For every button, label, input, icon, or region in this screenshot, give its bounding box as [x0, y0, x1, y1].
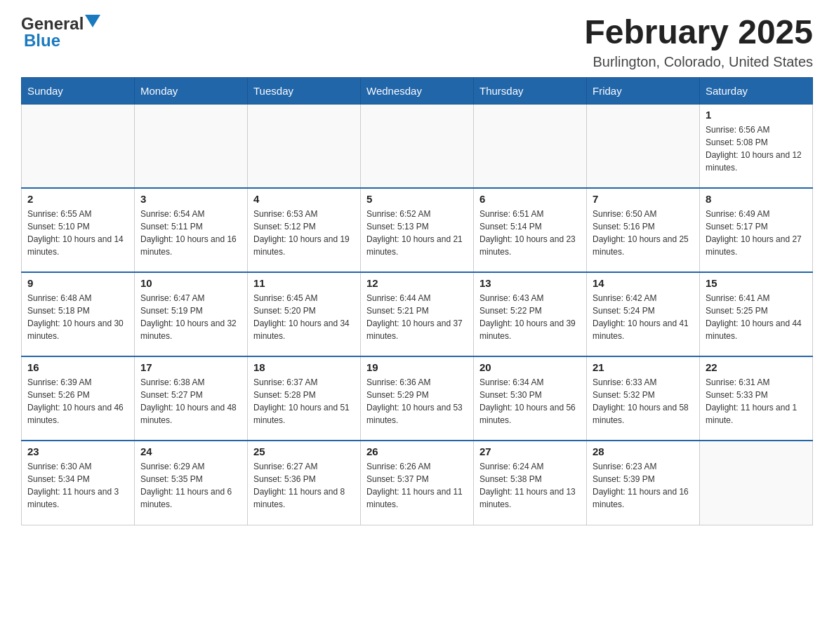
page-header: General Blue February 2025 Burlington, C…	[21, 14, 813, 70]
day-info: Sunrise: 6:53 AMSunset: 5:12 PMDaylight:…	[253, 208, 355, 258]
calendar-cell: 15Sunrise: 6:41 AMSunset: 5:25 PMDayligh…	[700, 272, 813, 356]
col-tuesday: Tuesday	[248, 77, 361, 104]
day-number: 2	[27, 193, 128, 205]
day-number: 24	[140, 445, 241, 457]
day-info: Sunrise: 6:41 AMSunset: 5:25 PMDaylight:…	[706, 292, 807, 342]
calendar-cell: 23Sunrise: 6:30 AMSunset: 5:34 PMDayligh…	[22, 441, 135, 525]
day-number: 26	[366, 445, 468, 457]
col-thursday: Thursday	[474, 77, 587, 104]
day-info: Sunrise: 6:45 AMSunset: 5:20 PMDaylight:…	[253, 292, 355, 342]
day-number: 23	[27, 445, 128, 457]
day-info: Sunrise: 6:38 AMSunset: 5:27 PMDaylight:…	[140, 376, 241, 427]
day-number: 28	[593, 445, 694, 457]
day-number: 13	[479, 277, 581, 289]
day-info: Sunrise: 6:50 AMSunset: 5:16 PMDaylight:…	[593, 208, 694, 258]
day-number: 7	[593, 193, 694, 205]
day-number: 17	[140, 361, 241, 373]
day-number: 12	[366, 277, 468, 289]
day-info: Sunrise: 6:51 AMSunset: 5:14 PMDaylight:…	[479, 208, 581, 258]
day-number: 19	[366, 361, 468, 373]
col-wednesday: Wednesday	[361, 77, 474, 104]
calendar-cell: 5Sunrise: 6:52 AMSunset: 5:13 PMDaylight…	[361, 188, 474, 272]
day-number: 14	[593, 277, 694, 289]
calendar-cell: 14Sunrise: 6:42 AMSunset: 5:24 PMDayligh…	[587, 272, 700, 356]
day-info: Sunrise: 6:33 AMSunset: 5:32 PMDaylight:…	[593, 376, 694, 427]
day-number: 6	[479, 193, 581, 205]
day-number: 15	[706, 277, 807, 289]
calendar-cell: 24Sunrise: 6:29 AMSunset: 5:35 PMDayligh…	[135, 441, 248, 525]
day-number: 25	[253, 445, 355, 457]
calendar-cell	[135, 104, 248, 188]
calendar-cell: 1Sunrise: 6:56 AMSunset: 5:08 PMDaylight…	[700, 104, 813, 188]
day-info: Sunrise: 6:48 AMSunset: 5:18 PMDaylight:…	[27, 292, 128, 342]
calendar-cell	[587, 104, 700, 188]
calendar-cell: 8Sunrise: 6:49 AMSunset: 5:17 PMDaylight…	[700, 188, 813, 272]
day-number: 16	[27, 361, 128, 373]
calendar-cell	[474, 104, 587, 188]
calendar-cell: 20Sunrise: 6:34 AMSunset: 5:30 PMDayligh…	[474, 356, 587, 441]
calendar-cell	[361, 104, 474, 188]
col-sunday: Sunday	[22, 77, 135, 104]
day-number: 11	[253, 277, 355, 289]
day-info: Sunrise: 6:27 AMSunset: 5:36 PMDaylight:…	[253, 460, 355, 511]
day-info: Sunrise: 6:42 AMSunset: 5:24 PMDaylight:…	[593, 292, 694, 342]
calendar-cell: 13Sunrise: 6:43 AMSunset: 5:22 PMDayligh…	[474, 272, 587, 356]
day-info: Sunrise: 6:30 AMSunset: 5:34 PMDaylight:…	[27, 460, 128, 511]
day-info: Sunrise: 6:29 AMSunset: 5:35 PMDaylight:…	[140, 460, 241, 511]
calendar-cell: 3Sunrise: 6:54 AMSunset: 5:11 PMDaylight…	[135, 188, 248, 272]
calendar-cell: 28Sunrise: 6:23 AMSunset: 5:39 PMDayligh…	[587, 441, 700, 525]
day-number: 3	[140, 193, 241, 205]
day-number: 4	[253, 193, 355, 205]
month-title: February 2025	[584, 14, 813, 51]
calendar-cell: 19Sunrise: 6:36 AMSunset: 5:29 PMDayligh…	[361, 356, 474, 441]
day-info: Sunrise: 6:31 AMSunset: 5:33 PMDaylight:…	[706, 376, 807, 427]
logo-triangle-icon	[85, 15, 100, 30]
calendar-cell: 9Sunrise: 6:48 AMSunset: 5:18 PMDaylight…	[22, 272, 135, 356]
calendar-cell	[700, 441, 813, 525]
calendar-cell: 16Sunrise: 6:39 AMSunset: 5:26 PMDayligh…	[22, 356, 135, 441]
calendar-table: Sunday Monday Tuesday Wednesday Thursday…	[21, 77, 813, 525]
calendar-header-row: Sunday Monday Tuesday Wednesday Thursday…	[22, 77, 813, 104]
day-info: Sunrise: 6:44 AMSunset: 5:21 PMDaylight:…	[366, 292, 468, 342]
calendar-cell: 26Sunrise: 6:26 AMSunset: 5:37 PMDayligh…	[361, 441, 474, 525]
day-number: 8	[706, 193, 807, 205]
calendar-cell: 25Sunrise: 6:27 AMSunset: 5:36 PMDayligh…	[248, 441, 361, 525]
day-info: Sunrise: 6:52 AMSunset: 5:13 PMDaylight:…	[366, 208, 468, 258]
calendar-cell: 7Sunrise: 6:50 AMSunset: 5:16 PMDaylight…	[587, 188, 700, 272]
svg-marker-0	[85, 15, 100, 27]
calendar-cell: 11Sunrise: 6:45 AMSunset: 5:20 PMDayligh…	[248, 272, 361, 356]
day-number: 21	[593, 361, 694, 373]
col-saturday: Saturday	[700, 77, 813, 104]
day-info: Sunrise: 6:49 AMSunset: 5:17 PMDaylight:…	[706, 208, 807, 258]
calendar-cell	[248, 104, 361, 188]
title-block: February 2025 Burlington, Colorado, Unit…	[584, 14, 813, 70]
calendar-cell: 22Sunrise: 6:31 AMSunset: 5:33 PMDayligh…	[700, 356, 813, 441]
day-info: Sunrise: 6:54 AMSunset: 5:11 PMDaylight:…	[140, 208, 241, 258]
location-subtitle: Burlington, Colorado, United States	[584, 54, 813, 70]
logo-blue-text: Blue	[24, 31, 60, 51]
day-info: Sunrise: 6:34 AMSunset: 5:30 PMDaylight:…	[479, 376, 581, 427]
calendar-cell: 12Sunrise: 6:44 AMSunset: 5:21 PMDayligh…	[361, 272, 474, 356]
calendar-cell: 18Sunrise: 6:37 AMSunset: 5:28 PMDayligh…	[248, 356, 361, 441]
calendar-cell: 10Sunrise: 6:47 AMSunset: 5:19 PMDayligh…	[135, 272, 248, 356]
calendar-cell: 17Sunrise: 6:38 AMSunset: 5:27 PMDayligh…	[135, 356, 248, 441]
calendar-cell: 21Sunrise: 6:33 AMSunset: 5:32 PMDayligh…	[587, 356, 700, 441]
day-number: 18	[253, 361, 355, 373]
col-monday: Monday	[135, 77, 248, 104]
logo: General Blue	[21, 14, 100, 51]
day-number: 10	[140, 277, 241, 289]
day-info: Sunrise: 6:39 AMSunset: 5:26 PMDaylight:…	[27, 376, 128, 427]
day-number: 5	[366, 193, 468, 205]
calendar-cell	[22, 104, 135, 188]
calendar-cell: 2Sunrise: 6:55 AMSunset: 5:10 PMDaylight…	[22, 188, 135, 272]
day-number: 9	[27, 277, 128, 289]
day-info: Sunrise: 6:43 AMSunset: 5:22 PMDaylight:…	[479, 292, 581, 342]
day-info: Sunrise: 6:47 AMSunset: 5:19 PMDaylight:…	[140, 292, 241, 342]
calendar-cell: 27Sunrise: 6:24 AMSunset: 5:38 PMDayligh…	[474, 441, 587, 525]
day-info: Sunrise: 6:23 AMSunset: 5:39 PMDaylight:…	[593, 460, 694, 511]
day-info: Sunrise: 6:55 AMSunset: 5:10 PMDaylight:…	[27, 208, 128, 258]
day-info: Sunrise: 6:56 AMSunset: 5:08 PMDaylight:…	[706, 123, 807, 174]
day-number: 20	[479, 361, 581, 373]
day-number: 27	[479, 445, 581, 457]
col-friday: Friday	[587, 77, 700, 104]
